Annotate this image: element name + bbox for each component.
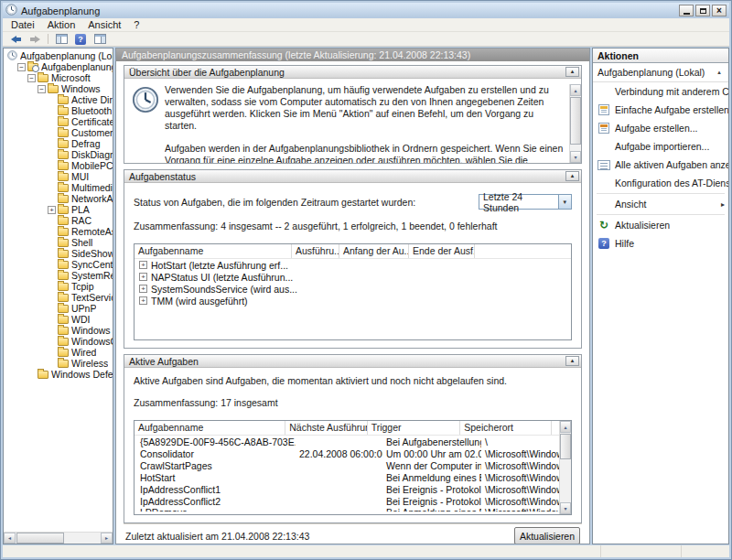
tree-item-pla[interactable]: +PLA [4, 204, 113, 215]
column-header-ausf-hru[interactable]: Ausführu... [292, 244, 339, 258]
scroll-up-button[interactable]: ▴ [570, 84, 581, 96]
active-task-row-hotstart[interactable]: HotStartBei Anmeldung eines Be...\Micros… [135, 471, 559, 483]
collapse-overview-button[interactable]: ▴ [565, 67, 579, 77]
menu-item-ansicht[interactable]: Ansicht [81, 18, 127, 31]
menu-item-datei[interactable]: Datei [5, 18, 41, 31]
scrollbar-thumb[interactable] [16, 533, 64, 544]
tree-item-multimedia[interactable]: Multimedia [4, 182, 113, 193]
tree-item-shell[interactable]: Shell [4, 237, 113, 248]
column-header-aufgabenname[interactable]: Aufgabenname [135, 244, 292, 258]
tree-expander-icon[interactable]: + [48, 206, 58, 214]
action-aufgabe-importieren[interactable]: Aufgabe importieren... [593, 137, 728, 156]
row-expand-icon[interactable]: + [139, 273, 147, 281]
dropdown-arrow-icon[interactable]: ▾ [558, 195, 571, 209]
scrollbar-thumb[interactable] [570, 97, 581, 145]
column-header-speicherort[interactable]: Speicherort [460, 421, 552, 435]
active-task-row-ipaddressconflict2[interactable]: IpAddressConflict2Bei Ereignis - Protoko… [135, 495, 559, 507]
tree-item-wireless[interactable]: Wireless [4, 358, 113, 369]
refresh-button[interactable]: Aktualisieren [514, 527, 580, 544]
back-button[interactable] [7, 33, 24, 46]
collapse-icon[interactable]: − [17, 63, 26, 71]
collapse-task-status-button[interactable]: ▴ [565, 171, 579, 181]
show-console-tree-button[interactable] [53, 33, 70, 46]
overview-scrollbar[interactable]: ▴ ▾ [569, 84, 581, 163]
active-tasks-scrollbar[interactable]: ▴ ▾ [559, 421, 571, 514]
row-expand-icon[interactable]: + [139, 261, 147, 269]
scroll-up-button[interactable]: ▴ [560, 421, 571, 433]
expand-icon[interactable]: + [48, 206, 56, 214]
tree-item-tcpip[interactable]: Tcpip [4, 281, 113, 292]
action-konfiguration-des-at-dienstko[interactable]: Konfiguration des AT-Dienstko... [593, 174, 728, 192]
column-header-anfang-der-au[interactable]: Anfang der Au... [339, 244, 409, 258]
tree-item-defrag[interactable]: Defrag [4, 138, 113, 149]
tree-item-wired[interactable]: Wired [4, 347, 113, 358]
close-button[interactable]: × [712, 5, 727, 16]
menu-item-aktion[interactable]: Aktion [41, 18, 82, 31]
tree-item-diskdiagnostic[interactable]: DiskDiagnostic [4, 149, 113, 160]
tree-item-networkacces[interactable]: NetworkAcces [4, 193, 113, 204]
tree-item-windows[interactable]: −Windows [4, 83, 113, 94]
scrollbar-thumb[interactable] [560, 434, 571, 459]
tree-item-remoteassista[interactable]: RemoteAssista [4, 226, 113, 237]
active-task-row-consolidator[interactable]: Consolidator22.04.2008 06:00:00Um 00:00 … [135, 447, 559, 459]
active-task-row-crawlstartpages[interactable]: CrawlStartPagesWenn der Computer ina...\… [135, 459, 559, 471]
column-header-n-chste-ausf-hrungszeit[interactable]: Nächste Ausführungszeit [285, 421, 367, 435]
tree-item-sideshow[interactable]: SideShow [4, 248, 113, 259]
tree-item-rac[interactable]: RAC [4, 215, 113, 226]
column-header-aufgabenname[interactable]: Aufgabenname [135, 421, 285, 435]
action-alle-aktiven-aufgaben-anzeigen[interactable]: Alle aktiven Aufgaben anzeigen [593, 156, 728, 174]
column-header-trigger[interactable]: Trigger [368, 421, 461, 435]
active-tasks-section-header[interactable]: Aktive Aufgaben ▴ [124, 355, 581, 368]
status-row-systemsoundsservice[interactable]: +SystemSoundsService (wird aus... [135, 283, 571, 295]
action-einfache-aufgabe-erstellen[interactable]: Einfache Aufgabe erstellen... [593, 101, 728, 119]
tree-item-mui[interactable]: MUI [4, 171, 113, 182]
tree-item-windows-defende[interactable]: Windows Defende [4, 369, 113, 380]
scroll-left-button[interactable]: ◂ [4, 533, 16, 544]
tree-expander-icon[interactable]: − [38, 85, 48, 93]
tree-item-windowscaler[interactable]: WindowsCaler [4, 336, 113, 347]
tree-item-wdi[interactable]: WDI [4, 314, 113, 325]
minimize-button[interactable] [679, 5, 694, 16]
tree-horizontal-scrollbar[interactable]: ◂ ▸ [4, 532, 113, 544]
help-button[interactable]: ? [72, 33, 89, 46]
action-hilfe[interactable]: ?Hilfe [593, 234, 728, 253]
tree-expander-icon[interactable]: − [27, 74, 38, 82]
overview-section-header[interactable]: Übersicht über die Aufgabenplanung ▴ [124, 66, 581, 79]
tree-item-synccenter[interactable]: SyncCenter [4, 259, 113, 270]
tree-item-mobilepc[interactable]: MobilePC [4, 160, 113, 171]
action-aufgabe-erstellen[interactable]: Aufgabe erstellen... [593, 119, 728, 137]
scroll-right-button[interactable]: ▸ [101, 533, 113, 544]
collapse-icon[interactable]: − [38, 85, 46, 93]
collapse-active-tasks-button[interactable]: ▴ [565, 356, 579, 366]
tree-item-bluetooth[interactable]: Bluetooth [4, 105, 113, 116]
collapse-group-icon[interactable]: ▴ [713, 68, 726, 78]
actions-group-header[interactable]: Aufgabenplanung (Lokal) ▴ [593, 63, 728, 82]
active-task-row-lpremove[interactable]: LPRemoveBei Anmeldung eines Be...\Micros… [135, 507, 559, 512]
row-expand-icon[interactable]: + [139, 285, 147, 293]
action-ansicht[interactable]: Ansicht▸ [593, 195, 728, 213]
collapse-icon[interactable]: − [27, 74, 36, 82]
tree-item-aufgabenplanung-lokal[interactable]: Aufgabenplanung (Lokal) [4, 50, 113, 61]
show-action-pane-button[interactable] [92, 33, 108, 46]
action-verbindung-mit-anderem-comp[interactable]: Verbindung mit anderem Comp... [593, 82, 728, 101]
tree-item-certificateserv[interactable]: CertificateServ [4, 116, 113, 127]
menu-item-hilfe[interactable]: ? [127, 18, 145, 31]
active-task-row-ipaddressconflict1[interactable]: IpAddressConflict1Bei Ereignis - Protoko… [135, 483, 559, 495]
row-expand-icon[interactable]: + [139, 296, 147, 305]
scroll-down-button[interactable]: ▾ [570, 151, 581, 163]
time-period-dropdown[interactable]: Letzte 24 Stunden ▾ [479, 194, 572, 210]
task-status-section-header[interactable]: Aufgabenstatus ▴ [124, 170, 581, 183]
forward-button[interactable] [27, 33, 43, 46]
tree-expander-icon[interactable]: − [17, 63, 27, 71]
status-row-tmm[interactable]: +TMM (wird ausgeführt) [135, 295, 571, 307]
tree-item-textservicesfr[interactable]: TextServicesFr [4, 292, 113, 303]
active-task-row-5a8929de-00f9-456c-a8ab-703e[interactable]: {5A8929DE-00F9-456C-A8AB-703E...Bei Aufg… [135, 436, 559, 447]
maximize-button[interactable] [695, 5, 710, 16]
tree-item-microsoft[interactable]: −Microsoft [4, 72, 113, 83]
column-header-ende-der-ausf[interactable]: Ende der Ausf... [409, 244, 475, 258]
status-row-hotstart[interactable]: +HotStart (letzte Ausführung erf... [135, 259, 571, 271]
tree-item-windows-error[interactable]: Windows Error [4, 325, 113, 336]
scrollbar-track[interactable] [64, 533, 101, 544]
tree-item-systemrestore[interactable]: SystemRestore [4, 270, 113, 281]
tree-item-active-director[interactable]: Active Director [4, 94, 113, 105]
